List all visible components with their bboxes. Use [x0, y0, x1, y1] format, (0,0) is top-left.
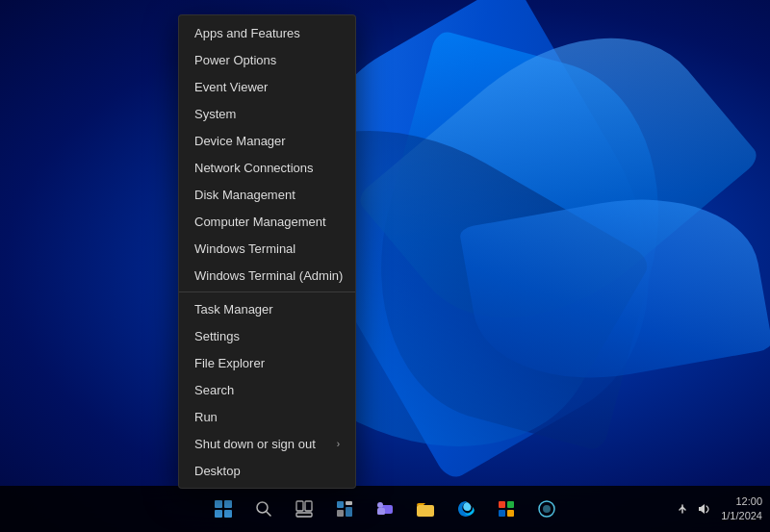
menu-item-label-task-manager: Task Manager — [194, 302, 273, 317]
network-tray-icon — [675, 501, 690, 517]
menu-item-settings[interactable]: Settings — [179, 322, 355, 349]
svg-point-10 — [377, 502, 383, 508]
svg-rect-3 — [305, 501, 312, 511]
system-tray: 12:00 1/1/2024 — [675, 486, 762, 532]
teams-button[interactable] — [368, 492, 402, 526]
context-menu: Apps and FeaturesPower OptionsEvent View… — [178, 14, 356, 489]
menu-item-power-options[interactable]: Power Options — [179, 46, 355, 73]
svg-rect-11 — [377, 508, 385, 515]
menu-item-label-apps-features: Apps and Features — [194, 26, 300, 40]
task-view-icon — [295, 500, 313, 518]
menu-item-task-manager[interactable]: Task Manager — [179, 295, 355, 322]
taskbar: 12:00 1/1/2024 — [0, 486, 770, 532]
menu-item-apps-features[interactable]: Apps and Features — [179, 19, 355, 46]
menu-item-label-windows-terminal: Windows Terminal — [194, 241, 295, 256]
menu-item-search[interactable]: Search — [179, 376, 355, 403]
svg-rect-14 — [507, 501, 514, 508]
store-button[interactable] — [489, 492, 524, 526]
volume-tray-icon — [698, 501, 713, 517]
svg-rect-5 — [337, 501, 344, 508]
menu-item-network-connections[interactable]: Network Connections — [179, 154, 355, 181]
menu-item-desktop[interactable]: Desktop — [179, 457, 355, 484]
file-explorer-icon — [416, 500, 435, 518]
menu-item-run[interactable]: Run — [179, 403, 355, 430]
windows-icon — [215, 500, 232, 518]
edge-icon — [456, 499, 475, 519]
svg-rect-2 — [296, 501, 303, 511]
cortana-button[interactable] — [529, 492, 564, 526]
menu-item-label-settings: Settings — [194, 329, 240, 343]
search-icon — [255, 500, 272, 518]
store-icon — [497, 499, 516, 519]
menu-item-computer-management[interactable]: Computer Management — [179, 208, 355, 235]
svg-rect-6 — [346, 501, 352, 505]
svg-line-1 — [267, 512, 270, 516]
menu-item-event-viewer[interactable]: Event Viewer — [179, 73, 355, 100]
clock[interactable]: 12:00 1/1/2024 — [721, 494, 762, 524]
menu-item-label-disk-management: Disk Management — [194, 188, 295, 202]
teams-icon — [375, 499, 395, 519]
cortana-icon — [537, 499, 556, 519]
date-display: 1/1/2024 — [721, 509, 762, 523]
menu-item-label-file-explorer: File Explorer — [194, 356, 265, 370]
menu-item-disk-management[interactable]: Disk Management — [179, 181, 355, 208]
task-view-button[interactable] — [287, 492, 321, 526]
menu-item-label-search: Search — [194, 383, 234, 397]
menu-item-label-event-viewer: Event Viewer — [194, 80, 268, 94]
menu-item-file-explorer[interactable]: File Explorer — [179, 349, 355, 376]
time-display: 12:00 — [721, 494, 762, 509]
menu-item-label-power-options: Power Options — [194, 53, 276, 67]
svg-point-0 — [257, 502, 268, 513]
start-button[interactable] — [206, 492, 241, 526]
file-explorer-button[interactable] — [408, 492, 443, 526]
svg-rect-13 — [499, 501, 505, 508]
menu-item-system[interactable]: System — [179, 100, 355, 127]
svg-rect-7 — [337, 510, 344, 517]
svg-point-18 — [543, 505, 551, 513]
edge-button[interactable] — [449, 492, 483, 526]
svg-rect-12 — [417, 505, 434, 517]
menu-item-label-network-connections: Network Connections — [194, 161, 314, 175]
menu-item-arrow-shut-down-sign-out: › — [337, 439, 340, 449]
menu-item-label-run: Run — [194, 410, 218, 424]
menu-item-windows-terminal-admin[interactable]: Windows Terminal (Admin) — [179, 262, 355, 289]
menu-item-label-device-manager: Device Manager — [194, 134, 286, 148]
menu-item-label-shut-down-sign-out: Shut down or sign out — [194, 437, 316, 451]
wallpaper — [0, 0, 770, 532]
menu-item-label-computer-management: Computer Management — [194, 215, 326, 229]
menu-item-device-manager[interactable]: Device Manager — [179, 127, 355, 154]
svg-rect-4 — [296, 513, 312, 517]
search-button[interactable] — [246, 492, 281, 526]
menu-item-shut-down-sign-out[interactable]: Shut down or sign out› — [179, 430, 355, 457]
svg-rect-15 — [499, 510, 505, 517]
menu-item-windows-terminal[interactable]: Windows Terminal — [179, 235, 355, 262]
svg-rect-8 — [346, 507, 352, 517]
menu-separator-9 — [179, 291, 355, 292]
menu-item-label-desktop: Desktop — [194, 464, 241, 478]
menu-item-label-system: System — [194, 107, 236, 121]
menu-item-label-windows-terminal-admin: Windows Terminal (Admin) — [194, 268, 343, 283]
widgets-button[interactable] — [327, 492, 362, 526]
widgets-icon — [336, 500, 353, 518]
svg-rect-16 — [507, 510, 514, 517]
